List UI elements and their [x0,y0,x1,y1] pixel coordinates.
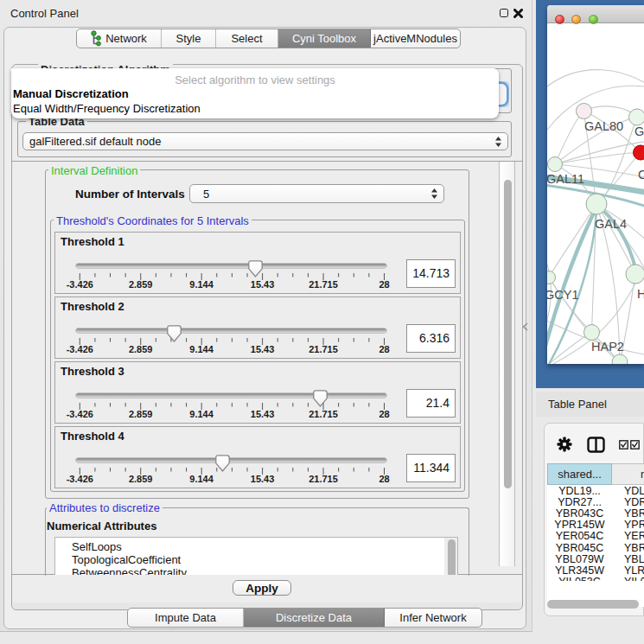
svg-text:GAL11: GAL11 [547,172,584,186]
svg-text:GAL80: GAL80 [584,119,623,133]
svg-text:C: C [638,168,644,182]
svg-text:HAP2: HAP2 [591,340,624,354]
svg-text:H: H [637,287,644,301]
svg-text:GA: GA [634,124,644,138]
svg-text:GAL4: GAL4 [595,217,627,231]
svg-text:GCY1: GCY1 [547,288,579,302]
